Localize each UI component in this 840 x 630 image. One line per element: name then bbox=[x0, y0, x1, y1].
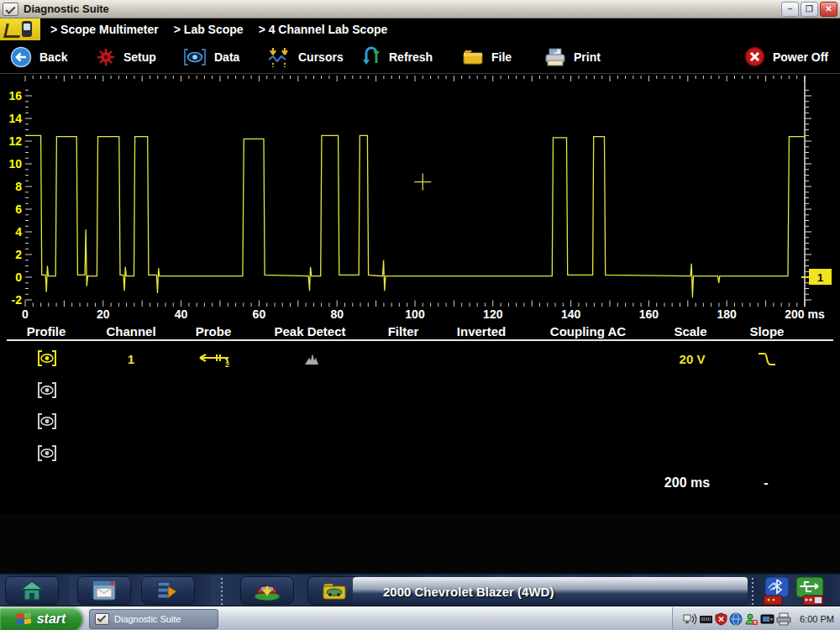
column-header-channel: Channel bbox=[106, 324, 155, 339]
y-axis-label: 12 bbox=[8, 134, 22, 148]
restore-button[interactable]: ❐ bbox=[801, 2, 818, 17]
security-shield-icon[interactable] bbox=[715, 612, 727, 626]
refresh-button[interactable]: Refresh bbox=[361, 40, 433, 73]
taskbar-divider bbox=[752, 578, 753, 605]
sweep-time-value[interactable]: 200 ms bbox=[664, 475, 710, 491]
toolbar: Back Setup Data Cur bbox=[0, 40, 840, 74]
taskbar-divider bbox=[221, 578, 223, 605]
setup-gear-icon bbox=[96, 47, 116, 67]
header-divider bbox=[7, 339, 833, 341]
breadcrumb: > Scope Multimeter > Lab Scope > 4 Chann… bbox=[0, 18, 840, 40]
x-axis-label: 0 bbox=[22, 307, 29, 321]
breadcrumb-item: > Lab Scope bbox=[174, 23, 244, 36]
probe-low-amps-icon: 2 bbox=[192, 351, 230, 368]
active-vehicle-bar[interactable]: 2000 Chevrolet Blazer (4WD) bbox=[353, 577, 748, 606]
svg-text:2: 2 bbox=[225, 360, 229, 368]
svg-text:1: 1 bbox=[817, 271, 823, 284]
data-button[interactable]: Data bbox=[183, 40, 239, 73]
y-axis-label: 4 bbox=[15, 225, 22, 239]
app-icon bbox=[3, 3, 18, 16]
channel-1-probe-setting[interactable]: 2 bbox=[192, 351, 230, 371]
usb-status-button[interactable] bbox=[795, 575, 825, 607]
diagnostic-suite-window: Diagnostic Suite – ❐ ✕ > Scope Multimete… bbox=[0, 0, 840, 630]
trigger-slope-value[interactable]: - bbox=[764, 475, 768, 491]
y-axis-label: 0 bbox=[15, 270, 22, 284]
cursors-button[interactable]: Cursors bbox=[267, 40, 344, 73]
y-axis-label: 10 bbox=[8, 157, 22, 171]
y-axis-label: 14 bbox=[8, 112, 22, 125]
print-icon bbox=[544, 47, 566, 67]
vehicle-history-icon bbox=[322, 580, 347, 601]
print-button[interactable]: Print bbox=[544, 40, 601, 73]
column-header-filter: Filter bbox=[388, 324, 419, 339]
home-button[interactable] bbox=[5, 576, 59, 605]
channel-1-scale-value[interactable]: 20 V bbox=[680, 352, 706, 366]
arrows-glyph bbox=[3, 24, 23, 38]
active-vehicle-label: 2000 Chevrolet Blazer (4WD) bbox=[383, 585, 554, 599]
data-manager-button[interactable] bbox=[141, 576, 195, 605]
x-axis-label: 100 bbox=[405, 307, 425, 321]
app-taskbar: 2000 Chevrolet Blazer (4WD) bbox=[0, 573, 840, 606]
column-header-probe: Probe bbox=[196, 324, 232, 339]
printer-tray-icon[interactable] bbox=[776, 612, 791, 626]
title-bar: Diagnostic Suite – ❐ ✕ bbox=[0, 0, 840, 18]
channel-1-number[interactable]: 1 bbox=[128, 352, 134, 366]
y-axis-label: -2 bbox=[12, 293, 23, 307]
file-button[interactable]: File bbox=[462, 40, 512, 73]
system-tray: 6:00 PM bbox=[672, 607, 840, 630]
column-header-coupling-ac: Coupling AC bbox=[550, 324, 626, 339]
windows-logo-icon bbox=[17, 612, 32, 627]
minimize-button[interactable]: – bbox=[781, 2, 799, 17]
x-axis-label: 60 bbox=[253, 307, 266, 321]
column-header-scale: Scale bbox=[674, 324, 706, 339]
windows-taskbar: start Diagnostic Suite bbox=[0, 606, 840, 630]
eye-visibility-icon bbox=[37, 349, 57, 367]
x-axis-label: 120 bbox=[483, 307, 503, 321]
column-header-profile: Profile bbox=[27, 324, 66, 339]
cursors-icon bbox=[267, 46, 291, 68]
bluetooth-status-button[interactable] bbox=[761, 575, 791, 607]
y-axis-label: 16 bbox=[8, 89, 22, 102]
display-device-icon[interactable] bbox=[760, 612, 774, 626]
scanner-home-icon[interactable] bbox=[0, 18, 40, 40]
slope-falling-icon bbox=[758, 352, 776, 366]
keyboard-icon[interactable] bbox=[699, 612, 713, 626]
playback-toolbar: 00:44:142 x1 bbox=[0, 514, 840, 573]
close-button[interactable]: ✕ bbox=[820, 2, 837, 17]
messages-button[interactable] bbox=[77, 576, 131, 605]
power-off-button[interactable]: Power Off bbox=[744, 40, 828, 73]
channel-1-peak-detect-setting[interactable] bbox=[304, 353, 319, 369]
window-title: Diagnostic Suite bbox=[24, 3, 780, 15]
y-axis-label: 6 bbox=[15, 202, 22, 216]
channel-1-slope-setting[interactable] bbox=[758, 352, 776, 370]
task-icon bbox=[95, 613, 109, 625]
y-axis-label: 8 bbox=[15, 180, 22, 193]
breadcrumb-item: > 4 Channel Lab Scope bbox=[259, 23, 388, 36]
setup-button[interactable]: Setup bbox=[96, 40, 156, 73]
handheld-device-glyph bbox=[22, 21, 32, 37]
x-axis-label: 200 ms bbox=[785, 307, 825, 321]
scope-plot[interactable]: 1614121086420-20204060801001201401601802… bbox=[0, 74, 840, 324]
power-off-icon bbox=[744, 46, 765, 67]
channel-4-visibility-toggle[interactable] bbox=[37, 444, 57, 462]
start-button[interactable]: start bbox=[0, 607, 82, 630]
x-axis-label: 40 bbox=[175, 307, 188, 321]
wireless-display-icon[interactable] bbox=[683, 612, 697, 626]
channel-1-visibility-toggle[interactable] bbox=[37, 349, 57, 367]
scanner-button[interactable] bbox=[240, 576, 294, 605]
back-button[interactable]: Back bbox=[10, 40, 67, 73]
data-eye-icon bbox=[183, 48, 207, 66]
file-folder-icon bbox=[462, 48, 484, 66]
channel-3-visibility-toggle[interactable] bbox=[37, 412, 57, 430]
data-manager-icon bbox=[156, 580, 180, 601]
messenger-status-icon[interactable] bbox=[744, 612, 759, 626]
x-axis-label: 80 bbox=[330, 307, 344, 321]
network-globe-icon[interactable] bbox=[729, 612, 743, 626]
channel-2-visibility-toggle[interactable] bbox=[37, 381, 57, 399]
eye-visibility-icon bbox=[37, 444, 57, 462]
taskbar-task-diagnostic-suite[interactable]: Diagnostic Suite bbox=[89, 609, 218, 629]
taskbar-clock: 6:00 PM bbox=[800, 614, 834, 624]
refresh-icon bbox=[361, 46, 381, 68]
scanner-icon bbox=[253, 580, 281, 601]
bluetooth-icon bbox=[762, 576, 790, 606]
